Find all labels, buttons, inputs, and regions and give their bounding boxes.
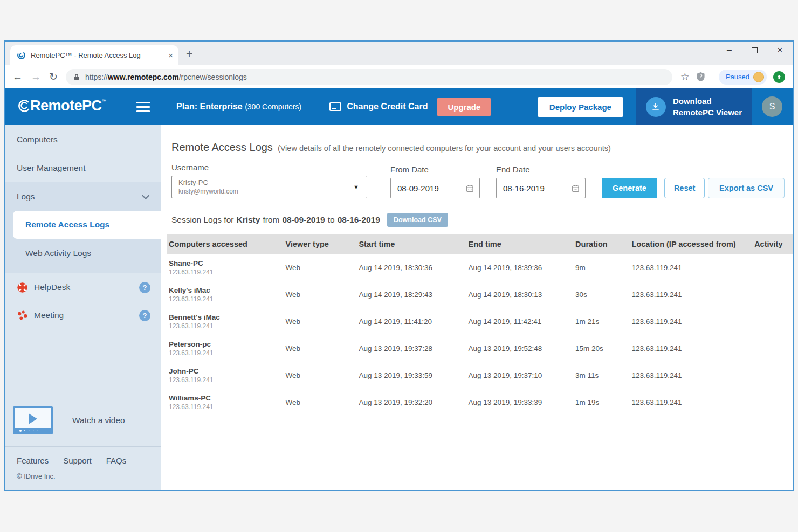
url-scheme: https:// <box>85 73 108 81</box>
sidebar-footer-links: Features Support FAQs <box>5 447 161 465</box>
menu-hamburger-icon[interactable] <box>136 102 150 112</box>
maximize-icon <box>752 47 758 53</box>
lock-icon <box>73 73 80 81</box>
browser-window: RemotePC™ - Remote Access Log × + – × ← … <box>4 40 794 491</box>
session-to-date: 08-16-2019 <box>338 215 380 225</box>
helpdesk-help-icon[interactable]: ? <box>139 282 150 293</box>
tab-title: RemotePC™ - Remote Access Log <box>31 51 163 59</box>
end-date-input[interactable]: 08-16-2019 <box>496 178 586 198</box>
paused-label: Paused <box>726 73 749 81</box>
sidebar-item-helpdesk[interactable]: HelpDesk ? <box>5 273 161 301</box>
filters-bar: Username Kristy-PC kristy@myworld.com ▼ … <box>171 163 793 198</box>
avatar-area: S <box>752 96 793 117</box>
features-link[interactable]: Features <box>17 456 49 465</box>
logo-trademark: ™ <box>102 99 107 104</box>
sidebar-item-meeting[interactable]: Meeting ? <box>5 301 161 329</box>
tab-close-icon[interactable]: × <box>168 51 173 60</box>
support-link[interactable]: Support <box>63 456 92 465</box>
download-viewer-label: Download RemotePC Viewer <box>673 95 742 118</box>
browser-tab[interactable]: RemotePC™ - Remote Access Log × <box>10 45 178 65</box>
copyright-text: © IDrive Inc. <box>5 465 161 490</box>
watch-video-link[interactable]: Watch a video <box>5 398 161 444</box>
plan-label: Plan: Enterprise <box>176 102 243 111</box>
url-input[interactable]: https://www.remotepc.com/rpcnew/sessionl… <box>66 69 672 85</box>
username-label: Username <box>171 163 367 172</box>
plan-info: Plan: Enterprise (300 Computers) <box>176 102 301 112</box>
col-duration: Duration <box>575 240 631 248</box>
table-row: Bennett's iMac123.63.119.241 Web Aug 14 … <box>167 308 793 335</box>
upgrade-button[interactable]: Upgrade <box>437 98 491 116</box>
table-row: John-PC123.63.119.241 Web Aug 13 2019, 1… <box>167 362 793 389</box>
col-end-time: End time <box>469 240 576 248</box>
export-csv-button[interactable]: Export as CSV <box>708 178 785 198</box>
deploy-package-button[interactable]: Deploy Package <box>538 97 623 117</box>
new-tab-button[interactable]: + <box>186 47 192 60</box>
table-row: Williams-PC123.63.119.241 Web Aug 13 201… <box>167 389 793 416</box>
col-activity: Activity <box>754 240 792 248</box>
reset-button[interactable]: Reset <box>664 178 705 198</box>
faqs-link[interactable]: FAQs <box>106 456 127 465</box>
browser-update-icon[interactable] <box>773 71 785 83</box>
address-bar: ← → ↻ https://www.remotepc.com/rpcnew/se… <box>5 65 793 88</box>
col-location: Location (IP accessed from) <box>632 240 755 248</box>
logs-table: Computers accessed Viewer type Start tim… <box>167 234 793 416</box>
end-date-label: End Date <box>496 165 586 174</box>
sidebar-item-user-management[interactable]: User Management <box>5 154 161 182</box>
watch-video-label: Watch a video <box>72 416 125 425</box>
table-row: Kelly's iMac123.63.119.241 Web Aug 14 20… <box>167 281 793 308</box>
username-value-name: Kristy-PC <box>178 178 353 187</box>
calendar-icon <box>572 184 580 192</box>
sidebar-bottom: Watch a video Features Support FAQs © ID… <box>5 398 161 490</box>
col-start-time: Start time <box>359 240 468 248</box>
url-path: /rpcnew/sessionlogs <box>179 73 247 81</box>
username-select[interactable]: Kristy-PC kristy@myworld.com ▼ <box>171 176 367 198</box>
app-header: RemotePC ™ Plan: Enterprise (300 Compute… <box>5 88 793 125</box>
sync-paused-chip[interactable]: Paused <box>719 70 767 85</box>
from-date-input[interactable]: 08-09-2019 <box>390 178 480 198</box>
sidebar-logs-group: Logs Remote Access Logs Web Activity Log… <box>5 182 161 273</box>
sidebar: Computers User Management Logs Remote Ac… <box>5 125 161 490</box>
change-credit-card-link[interactable]: Change Credit Card <box>329 102 428 112</box>
url-text: https://www.remotepc.com/rpcnew/sessionl… <box>85 73 247 81</box>
profile-avatar-icon <box>753 72 764 82</box>
sidebar-item-remote-access-logs[interactable]: Remote Access Logs <box>13 211 161 239</box>
url-domain: www.remotepc.com <box>108 73 179 81</box>
maximize-button[interactable] <box>742 42 767 59</box>
from-date-label: From Date <box>390 165 480 174</box>
meeting-dots-icon <box>17 310 28 321</box>
page-subtitle: (View details of all the remotely connec… <box>278 144 611 153</box>
main-content: Remote Access Logs (View details of all … <box>161 125 793 490</box>
remotepc-favicon <box>17 51 26 60</box>
remotepc-logo[interactable]: RemotePC ™ <box>17 98 107 116</box>
download-icon <box>646 97 666 117</box>
window-controls: – × <box>717 42 793 59</box>
sidebar-item-logs[interactable]: Logs <box>5 182 161 211</box>
sidebar-item-computers[interactable]: Computers <box>5 125 161 154</box>
generate-button[interactable]: Generate <box>602 178 657 198</box>
minimize-button[interactable]: – <box>717 42 742 59</box>
extension-shield-icon[interactable] <box>696 72 705 82</box>
reload-icon[interactable]: ↻ <box>49 71 58 83</box>
col-computers-accessed: Computers accessed <box>167 240 286 248</box>
download-csv-button[interactable]: Download CSV <box>387 213 448 227</box>
back-icon[interactable]: ← <box>12 71 23 83</box>
session-summary: Session Logs for Kristy from 08-09-2019 … <box>171 213 793 227</box>
username-value-email: kristy@myworld.com <box>178 188 353 196</box>
close-window-button[interactable]: × <box>767 42 793 59</box>
user-avatar[interactable]: S <box>762 96 782 117</box>
helpdesk-lifebuoy-icon <box>17 282 28 293</box>
bookmark-star-icon[interactable]: ☆ <box>680 71 690 83</box>
table-row: Peterson-pc123.63.119.241 Web Aug 13 201… <box>167 335 793 362</box>
toolbar-divider <box>712 72 712 82</box>
col-viewer-type: Viewer type <box>286 240 359 248</box>
sidebar-item-web-activity-logs[interactable]: Web Activity Logs <box>5 240 161 267</box>
download-viewer-button[interactable]: Download RemotePC Viewer <box>636 88 752 125</box>
remotepc-page: RemotePC ™ Plan: Enterprise (300 Compute… <box>5 88 793 490</box>
forward-icon[interactable]: → <box>31 71 41 83</box>
meeting-help-icon[interactable]: ? <box>139 310 150 321</box>
logo-area: RemotePC ™ <box>5 88 161 125</box>
table-header-row: Computers accessed Viewer type Start tim… <box>167 234 793 254</box>
video-player-icon <box>13 406 53 434</box>
session-user: Kristy <box>236 215 260 225</box>
table-row: Shane-PC123.63.119.241 Web Aug 14 2019, … <box>167 254 793 281</box>
